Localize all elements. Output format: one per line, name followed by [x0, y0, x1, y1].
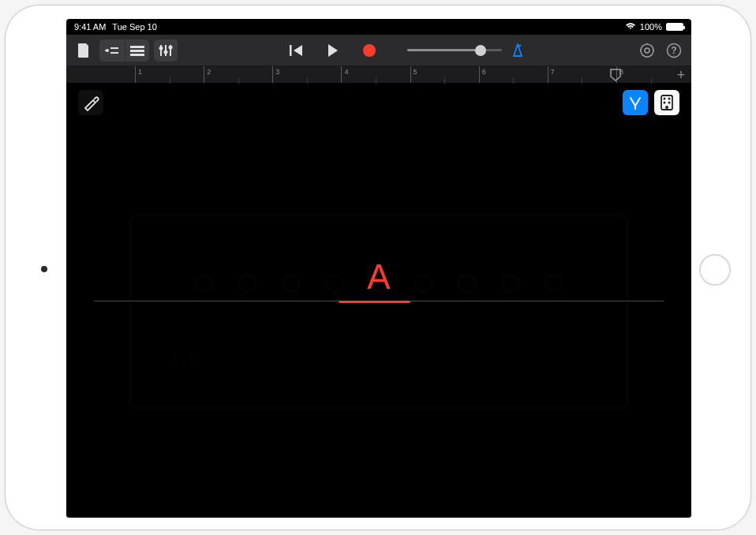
ruler-marker: 6 [482, 68, 486, 76]
view-toggle [99, 39, 149, 62]
ruler-marker: 3 [275, 68, 279, 76]
ruler-marker: 4 [344, 68, 348, 76]
camera-dot [41, 266, 47, 272]
svg-rect-3 [130, 46, 144, 48]
svg-point-10 [641, 44, 653, 57]
playhead-marker[interactable] [610, 69, 621, 81]
play-button[interactable] [322, 39, 344, 62]
tuner-indicator [339, 301, 410, 303]
status-time: 9:41 AM [74, 22, 106, 32]
svg-point-15 [664, 98, 666, 100]
toolbar: ? [66, 35, 691, 66]
svg-rect-1 [110, 47, 118, 49]
svg-rect-4 [130, 50, 144, 52]
svg-text:?: ? [671, 45, 676, 56]
svg-point-6 [159, 46, 163, 50]
ruler-marker: 1 [138, 68, 142, 76]
timeline-ruler[interactable]: 1 2 3 4 5 6 7 8 + [66, 66, 691, 84]
screen: 9:41 AM Tue Sep 10 100% [66, 19, 691, 518]
track-controls-button[interactable] [154, 39, 178, 62]
svg-point-7 [164, 50, 168, 54]
battery-percent: 100% [640, 22, 662, 32]
add-section-button[interactable]: + [674, 68, 688, 82]
transport-controls [286, 39, 380, 62]
battery-icon [666, 23, 683, 31]
ipad-frame: 9:41 AM Tue Sep 10 100% [5, 5, 751, 530]
svg-point-8 [169, 45, 173, 49]
amp-logo: GB [171, 348, 201, 372]
svg-point-19 [665, 106, 668, 109]
my-songs-button[interactable] [73, 39, 95, 62]
ruler-marker: 5 [414, 68, 417, 76]
tuner-note: A [367, 257, 390, 297]
browser-button[interactable] [99, 39, 125, 62]
stompbox-button[interactable] [654, 90, 679, 115]
record-button[interactable] [358, 39, 380, 62]
settings-button[interactable] [636, 39, 658, 62]
tracks-button[interactable] [125, 39, 149, 62]
wifi-icon [625, 22, 636, 32]
help-button[interactable]: ? [663, 39, 685, 62]
ruler-marker: 2 [207, 68, 211, 76]
home-button[interactable] [699, 254, 731, 286]
input-button[interactable] [78, 90, 103, 115]
status-date: Tue Sep 10 [112, 22, 156, 32]
status-bar: 9:41 AM Tue Sep 10 100% [66, 19, 691, 35]
svg-rect-5 [130, 54, 144, 56]
svg-point-16 [668, 98, 671, 100]
rewind-button[interactable] [286, 39, 308, 62]
metronome-button[interactable] [507, 39, 529, 62]
tuner-button[interactable] [623, 90, 648, 115]
svg-point-18 [668, 102, 671, 104]
svg-rect-2 [110, 52, 118, 54]
svg-point-17 [664, 102, 666, 104]
volume-slider[interactable] [407, 43, 502, 58]
amp-background: GB [129, 214, 629, 410]
svg-point-11 [645, 48, 649, 53]
ruler-marker: 7 [551, 68, 555, 76]
instrument-view: GB A [66, 84, 691, 518]
svg-rect-9 [290, 45, 292, 56]
